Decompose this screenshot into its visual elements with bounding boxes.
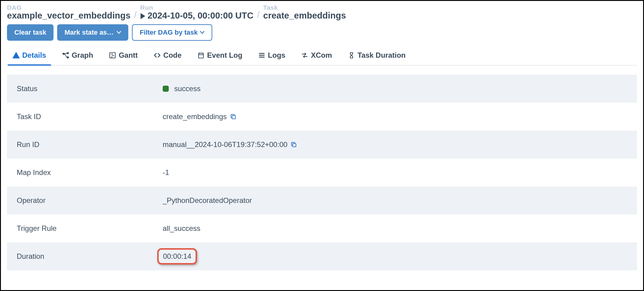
status-value: success [163, 84, 201, 93]
tab-graph-label: Graph [72, 51, 93, 60]
chevron-down-icon [117, 31, 121, 34]
breadcrumb: DAG example_vector_embeddings / Run 2024… [7, 4, 637, 21]
operator-value: _PythonDecoratedOperator [163, 196, 252, 205]
filter-dag-button[interactable]: Filter DAG by task [132, 24, 213, 41]
task-id-text: create_embeddings [163, 112, 227, 121]
row-operator: Operator _PythonDecoratedOperator [7, 187, 637, 214]
breadcrumb-run-value: 2024-10-05, 00:00:00 UTC [140, 11, 253, 21]
tab-task-duration[interactable]: Task Duration [345, 49, 408, 65]
map-index-value: -1 [163, 168, 169, 177]
tab-logs-label: Logs [268, 51, 285, 60]
status-indicator-icon [163, 86, 169, 92]
copy-icon[interactable] [230, 113, 237, 120]
row-trigger-rule: Trigger Rule all_success [7, 214, 637, 242]
tabs: Details Graph Gantt Code Event Log [7, 49, 637, 66]
xcom-icon [301, 52, 308, 59]
tab-event-log[interactable]: Event Log [195, 49, 245, 65]
row-task-id: Task ID create_embeddings [7, 103, 637, 131]
operator-label: Operator [17, 196, 163, 205]
tab-code[interactable]: Code [151, 49, 184, 65]
task-id-value: create_embeddings [163, 112, 237, 121]
tab-graph[interactable]: Graph [60, 49, 96, 65]
breadcrumb-task-label: Task [263, 4, 346, 11]
copy-icon[interactable] [290, 141, 297, 148]
chevron-down-icon [200, 31, 204, 34]
tab-xcom-label: XCom [311, 51, 332, 60]
tab-event-log-label: Event Log [207, 51, 242, 60]
actions-row: Clear task Mark state as… Filter DAG by … [7, 24, 637, 41]
gantt-icon [109, 52, 116, 59]
duration-label: Duration [17, 252, 163, 261]
row-status: Status success [7, 75, 637, 103]
clear-task-button[interactable]: Clear task [7, 24, 54, 41]
run-id-label: Run ID [17, 140, 163, 149]
mark-state-label: Mark state as… [64, 29, 113, 36]
duration-highlight: 00:00:14 [157, 248, 197, 265]
svg-rect-4 [67, 56, 69, 58]
svg-rect-9 [199, 53, 203, 58]
run-id-value: manual__2024-10-06T19:37:52+00:00 [163, 140, 297, 149]
svg-rect-2 [63, 53, 64, 55]
breadcrumb-task-value: create_embeddings [263, 11, 346, 21]
tab-details[interactable]: Details [10, 49, 49, 65]
breadcrumb-dag-value: example_vector_embeddings [7, 11, 130, 21]
filter-dag-label: Filter DAG by task [140, 29, 198, 36]
duration-value: 00:00:14 [163, 248, 197, 265]
tab-task-duration-label: Task Duration [358, 51, 406, 60]
event-log-icon [197, 52, 205, 59]
breadcrumb-dag[interactable]: DAG example_vector_embeddings [7, 4, 130, 21]
status-label: Status [17, 84, 163, 93]
breadcrumb-run[interactable]: Run 2024-10-05, 00:00:00 UTC [140, 4, 253, 21]
tab-gantt-label: Gantt [119, 51, 138, 60]
task-duration-icon [348, 52, 355, 59]
row-run-id: Run ID manual__2024-10-06T19:37:52+00:00 [7, 131, 637, 159]
row-duration: Duration 00:00:14 [7, 242, 637, 270]
svg-rect-16 [232, 115, 235, 119]
breadcrumb-sep: / [132, 10, 139, 21]
tab-details-label: Details [22, 51, 46, 60]
tab-logs[interactable]: Logs [256, 49, 288, 65]
row-map-index: Map Index -1 [7, 159, 637, 187]
tab-xcom[interactable]: XCom [299, 49, 334, 65]
task-id-label: Task ID [17, 112, 163, 121]
details-table: Status success Task ID create_embeddings… [7, 75, 637, 270]
mark-state-button[interactable]: Mark state as… [57, 24, 128, 41]
breadcrumb-sep: / [254, 10, 262, 21]
status-text: success [174, 84, 201, 93]
clear-task-label: Clear task [14, 29, 46, 36]
graph-icon [62, 52, 69, 59]
svg-rect-17 [293, 143, 296, 147]
tab-code-label: Code [163, 51, 182, 60]
breadcrumb-run-text: 2024-10-05, 00:00:00 UTC [147, 11, 253, 21]
logs-icon [258, 52, 265, 59]
trigger-rule-value: all_success [163, 224, 200, 233]
breadcrumb-run-label: Run [140, 4, 253, 11]
trigger-rule-label: Trigger Rule [17, 224, 163, 233]
map-index-label: Map Index [17, 168, 163, 177]
breadcrumb-task[interactable]: Task create_embeddings [263, 4, 346, 21]
duration-text: 00:00:14 [163, 252, 191, 260]
tab-gantt[interactable]: Gantt [106, 49, 140, 65]
run-id-text: manual__2024-10-06T19:37:52+00:00 [163, 140, 287, 149]
details-icon [12, 52, 20, 59]
play-icon [140, 12, 146, 19]
breadcrumb-dag-label: DAG [7, 4, 130, 11]
code-icon [154, 52, 161, 59]
svg-point-1 [16, 57, 16, 57]
svg-rect-3 [67, 52, 69, 54]
